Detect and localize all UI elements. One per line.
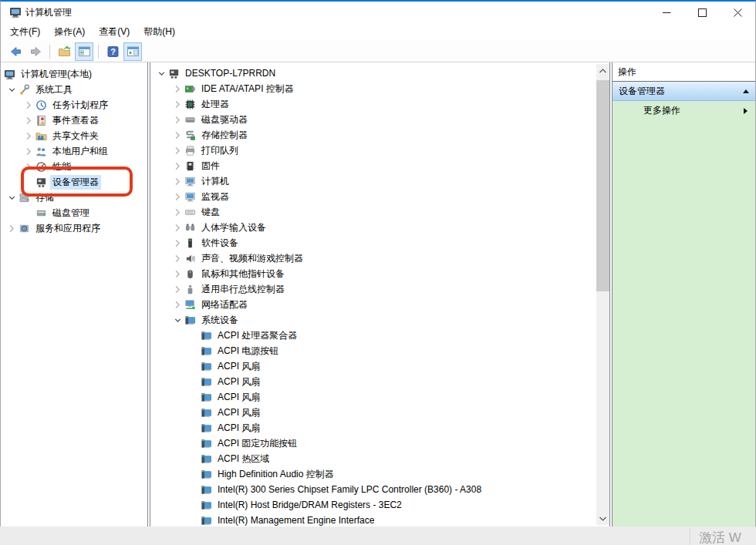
- chevron-down-icon[interactable]: [5, 83, 19, 96]
- tree-row[interactable]: ACPI 风扇: [150, 358, 609, 374]
- chevron-right-icon[interactable]: [171, 129, 184, 141]
- tree-row-label: 存储: [33, 190, 56, 205]
- tree-row[interactable]: 软件设备: [150, 235, 609, 251]
- tree-row[interactable]: 键盘: [150, 204, 609, 220]
- chevron-spacer: [187, 437, 201, 449]
- chevron-down-icon[interactable]: [5, 191, 19, 204]
- help-button[interactable]: ?: [103, 42, 122, 61]
- tree-row[interactable]: 鼠标和其他指针设备: [150, 266, 609, 281]
- chevron-right-icon[interactable]: [22, 145, 35, 157]
- chevron-spacer: [187, 422, 201, 434]
- tree-row[interactable]: IDE ATA/ATAPI 控制器: [150, 81, 609, 96]
- tree-row[interactable]: 处理器: [150, 96, 609, 112]
- export-list-button[interactable]: [55, 42, 73, 61]
- chevron-down-icon[interactable]: [155, 67, 168, 79]
- chevron-right-icon[interactable]: [171, 113, 184, 126]
- tree-row[interactable]: ACPI 处理器聚合器: [150, 328, 609, 343]
- tree-row[interactable]: Intel(R) 300 Series Chipset Family LPC C…: [150, 482, 609, 497]
- chevron-right-icon[interactable]: [171, 267, 184, 280]
- tree-row[interactable]: 事件查看器: [1, 113, 147, 128]
- chevron-right-icon[interactable]: [171, 221, 184, 234]
- show-console-tree-button[interactable]: [75, 42, 93, 61]
- tree-row[interactable]: 打印队列: [150, 143, 609, 158]
- tree-row[interactable]: 磁盘驱动器: [150, 112, 609, 127]
- scrollbar-thumb[interactable]: [596, 80, 609, 291]
- actions-section-device-manager[interactable]: 设备管理器: [613, 82, 755, 101]
- tree-row[interactable]: ACPI 电源按钮: [150, 343, 609, 358]
- chevron-right-icon[interactable]: [22, 114, 35, 126]
- desktop-strip: 激活 W: [0, 526, 756, 545]
- chevron-right-icon[interactable]: [171, 144, 184, 156]
- collapse-section-icon[interactable]: [743, 89, 749, 93]
- minimize-button[interactable]: [649, 2, 684, 23]
- software-device-icon: [184, 237, 196, 249]
- chevron-right-icon[interactable]: [22, 99, 35, 111]
- menu-item[interactable]: 帮助(H): [137, 23, 182, 41]
- more-actions-item[interactable]: 更多操作: [613, 101, 755, 120]
- tree-row[interactable]: 性能: [1, 159, 147, 174]
- menu-item[interactable]: 操作(A): [47, 23, 92, 41]
- vertical-scrollbar[interactable]: [596, 64, 609, 525]
- tree-row[interactable]: 网络适配器: [150, 297, 609, 312]
- tree-row[interactable]: 设备管理器: [1, 174, 147, 190]
- chevron-right-icon[interactable]: [171, 160, 184, 172]
- maximize-button[interactable]: [684, 2, 720, 23]
- tree-row[interactable]: 计算机: [150, 173, 609, 189]
- tree-row[interactable]: 监视器: [150, 189, 609, 204]
- tree-row[interactable]: 存储: [1, 190, 147, 205]
- chevron-right-icon[interactable]: [171, 283, 184, 295]
- tree-row-label: 打印队列: [199, 143, 241, 158]
- tree-row[interactable]: 系统设备: [150, 312, 609, 328]
- tree-row-label: 系统工具: [33, 82, 75, 97]
- tree-row[interactable]: 人体学输入设备: [150, 220, 609, 235]
- tree-row-label: 存储控制器: [199, 128, 250, 143]
- tree-row[interactable]: 共享文件夹: [1, 128, 147, 143]
- scroll-down-button[interactable]: [596, 512, 609, 525]
- tree-row[interactable]: DESKTOP-L7PRRDN: [150, 66, 609, 81]
- menu-bar: 文件(F)操作(A)查看(V)帮助(H): [1, 23, 755, 41]
- tree-row[interactable]: ACPI 热区域: [150, 451, 609, 466]
- chevron-right-icon[interactable]: [22, 160, 35, 173]
- tree-row-label: 软件设备: [199, 236, 241, 251]
- close-button[interactable]: [720, 2, 755, 23]
- tree-row[interactable]: Intel(R) Host Bridge/DRAM Registers - 3E…: [150, 497, 609, 513]
- tree-row[interactable]: 存储控制器: [150, 127, 609, 143]
- tree-row[interactable]: 磁盘管理: [1, 205, 147, 220]
- chevron-down-icon[interactable]: [171, 314, 184, 326]
- chevron-right-icon[interactable]: [171, 237, 184, 249]
- tree-row[interactable]: ACPI 风扇: [150, 374, 609, 389]
- chevron-right-icon[interactable]: [171, 252, 184, 264]
- tree-row[interactable]: 固件: [150, 158, 609, 173]
- tree-row[interactable]: ACPI 固定功能按钮: [150, 436, 609, 451]
- tree-row[interactable]: 通用串行总线控制器: [150, 281, 609, 297]
- tree-row[interactable]: High Definition Audio 控制器: [150, 466, 609, 482]
- chevron-right-icon[interactable]: [22, 130, 35, 142]
- menu-item[interactable]: 文件(F): [3, 23, 47, 41]
- chevron-right-icon[interactable]: [171, 82, 184, 95]
- chevron-right-icon[interactable]: [171, 298, 184, 311]
- tree-row[interactable]: 本地用户和组: [1, 143, 147, 159]
- chevron-right-icon[interactable]: [171, 190, 184, 203]
- show-action-pane-button[interactable]: [123, 42, 142, 61]
- system-device-icon: [201, 515, 212, 526]
- chevron-right-icon[interactable]: [171, 98, 184, 110]
- tree-row[interactable]: 声音、视频和游戏控制器: [150, 251, 609, 266]
- tree-row[interactable]: ACPI 风扇: [150, 405, 609, 420]
- back-button[interactable]: [6, 42, 25, 61]
- forward-button[interactable]: [26, 42, 45, 61]
- tree-row[interactable]: 系统工具: [1, 82, 147, 97]
- menu-item[interactable]: 查看(V): [92, 23, 137, 41]
- tree-row[interactable]: Intel(R) Management Engine Interface: [150, 513, 609, 526]
- chevron-right-icon[interactable]: [171, 175, 184, 187]
- tree-row[interactable]: ACPI 风扇: [150, 420, 609, 436]
- tree-row[interactable]: 计算机管理(本地): [1, 66, 147, 82]
- tree-row[interactable]: 服务和应用程序: [1, 220, 147, 236]
- chevron-right-icon[interactable]: [5, 222, 19, 234]
- tree-row[interactable]: 任务计划程序: [1, 97, 147, 113]
- tree-row-label: ACPI 风扇: [215, 421, 262, 436]
- tree-row[interactable]: ACPI 风扇: [150, 389, 609, 405]
- scroll-up-button[interactable]: [596, 64, 609, 77]
- chevron-right-icon[interactable]: [171, 206, 184, 218]
- system-device-icon: [201, 484, 212, 496]
- mouse-icon: [184, 268, 196, 280]
